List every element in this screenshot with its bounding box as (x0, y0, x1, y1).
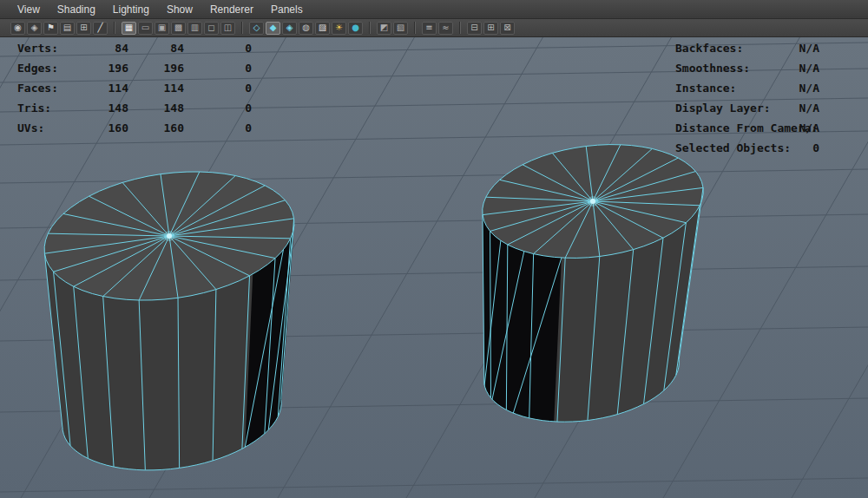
pole-vertex (167, 233, 172, 239)
bookmark-icon[interactable]: ⚑ (43, 22, 58, 35)
safe-action-icon[interactable]: ◻ (204, 22, 219, 35)
cylinder-left[interactable] (44, 172, 294, 470)
menu-item-renderer[interactable]: Renderer (201, 1, 262, 18)
gamma-icon[interactable]: ≈ (438, 22, 453, 35)
menu-item-lighting[interactable]: Lighting (104, 1, 158, 18)
shadows-icon[interactable]: ● (348, 22, 363, 35)
panel-single-icon[interactable]: ⊟ (467, 22, 482, 35)
resolution-gate-icon[interactable]: ▣ (155, 22, 169, 35)
isolate-select-icon[interactable]: ◩ (377, 22, 391, 35)
gate-mask-icon[interactable]: ▩ (171, 22, 186, 35)
textured-icon[interactable]: ◈ (282, 22, 297, 35)
toolbar-separator (414, 22, 416, 34)
toolbar-group: ≡≈ (422, 22, 453, 35)
toolbar-separator (369, 22, 371, 34)
field-chart-icon[interactable]: ▥ (187, 22, 202, 35)
camera-icon[interactable]: ◉ (10, 22, 25, 35)
toolbar-separator (241, 22, 243, 34)
menu-item-show[interactable]: Show (158, 1, 201, 18)
toolbar-separator (114, 22, 115, 34)
2d-pan-zoom-icon[interactable]: ⊞ (76, 22, 91, 35)
panel-outliner-icon[interactable]: ⊠ (500, 22, 515, 35)
image-plane-icon[interactable]: ▤ (60, 22, 75, 35)
checkered-icon[interactable]: ▨ (315, 22, 330, 35)
grease-pencil-icon[interactable]: ╱ (93, 22, 108, 35)
safe-title-icon[interactable]: ◫ (220, 22, 235, 35)
viewport[interactable] (0, 37, 868, 498)
camera-attributes-icon[interactable]: ◈ (27, 22, 42, 35)
toolbar-separator (459, 22, 461, 34)
menu-bar: View Shading Lighting Show Renderer Pane… (0, 0, 868, 19)
toolbar-group: ◉◈⚑▤⊞╱ (10, 22, 108, 35)
cylinder-right[interactable] (483, 145, 703, 423)
xray-icon[interactable]: ▧ (393, 22, 408, 35)
shaded-icon[interactable]: ◆ (266, 22, 280, 35)
wireframe-icon[interactable]: ◇ (249, 22, 264, 35)
menu-item-view[interactable]: View (9, 1, 49, 18)
grid-icon[interactable]: ▦ (122, 22, 136, 35)
toolbar-group: ◇◆◈◍▨☀● (249, 22, 363, 35)
use-default-material-icon[interactable]: ◍ (299, 22, 313, 35)
pole-vertex (590, 199, 595, 204)
scene-svg (0, 37, 868, 498)
toolbar-group: ◩▧ (377, 22, 408, 35)
film-gate-icon[interactable]: ▭ (138, 22, 153, 35)
menu-item-shading[interactable]: Shading (49, 1, 104, 18)
exposure-icon[interactable]: ≡ (422, 22, 437, 35)
panel-four-icon[interactable]: ⊞ (483, 22, 498, 35)
menu-item-panels[interactable]: Panels (262, 1, 312, 18)
toolbar-group: ⊟⊞⊠ (467, 22, 515, 35)
lights-icon[interactable]: ☀ (332, 22, 346, 35)
panel-toolbar: ◉◈⚑▤⊞╱▦▭▣▩▥◻◫◇◆◈◍▨☀●◩▧≡≈⊟⊞⊠ (0, 19, 868, 37)
toolbar-group: ▦▭▣▩▥◻◫ (122, 22, 235, 35)
